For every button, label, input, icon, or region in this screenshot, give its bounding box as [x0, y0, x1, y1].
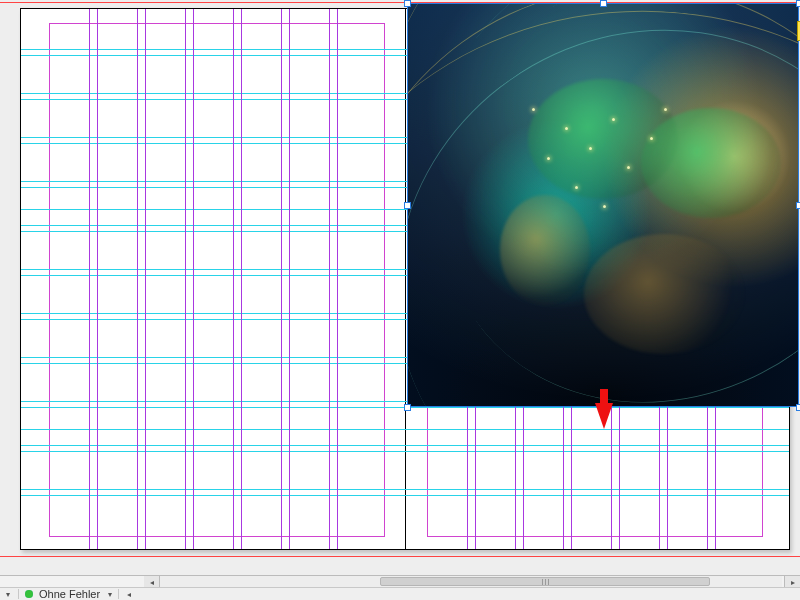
- bleed-guide-bottom: [0, 556, 800, 557]
- resize-handle-se[interactable]: [796, 404, 800, 411]
- scroll-track[interactable]: [160, 576, 782, 587]
- placed-image-earth: [407, 3, 799, 407]
- preflight-dropdown-icon[interactable]: ▾: [106, 590, 112, 599]
- resize-handle-nw[interactable]: [404, 0, 411, 7]
- status-prev-icon[interactable]: ▾: [4, 590, 12, 599]
- preflight-status-label: Ohne Fehler: [39, 588, 100, 600]
- resize-handle-sw[interactable]: [404, 404, 411, 411]
- page-spine: [405, 9, 406, 549]
- image-frame[interactable]: [407, 3, 799, 407]
- resize-handle-n[interactable]: [600, 0, 607, 7]
- scroll-thumb[interactable]: [380, 577, 710, 586]
- status-scroll-left-icon[interactable]: ◂: [125, 590, 133, 599]
- margin-left-page: [49, 23, 385, 537]
- status-bar: ▾ Ohne Fehler ▾ ◂: [0, 587, 800, 600]
- resize-handle-e[interactable]: [796, 202, 800, 209]
- resize-handle-ne[interactable]: [796, 0, 800, 7]
- horizontal-scrollbar[interactable]: ◂ ▸: [0, 575, 800, 587]
- preflight-led-icon: [25, 590, 33, 598]
- page-spread[interactable]: [20, 8, 790, 550]
- document-viewport[interactable]: [0, 0, 800, 575]
- resize-handle-w[interactable]: [404, 202, 411, 209]
- resize-handle-s[interactable]: [600, 404, 607, 411]
